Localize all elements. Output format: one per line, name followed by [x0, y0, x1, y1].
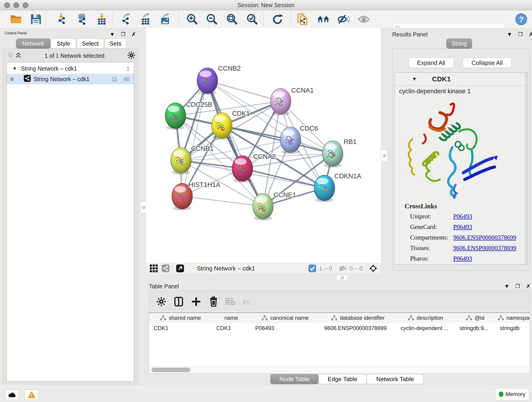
table-cell[interactable]: 9606.ENSP00000378699 — [320, 323, 396, 333]
edge-CCNB2-CCNA1[interactable] — [207, 81, 281, 101]
table-cell[interactable]: stringdb:9... — [455, 323, 495, 333]
crosslink-label: Compartments: — [410, 234, 448, 241]
column-header--id[interactable]: @id — [455, 313, 496, 323]
table-cell[interactable]: cyclin-dependent ... — [396, 323, 455, 333]
node-CCNB1[interactable] — [171, 148, 191, 175]
control-panel-float-icon[interactable]: ❒ — [121, 32, 126, 37]
tab-string[interactable]: String — [446, 38, 472, 49]
results-panel-float-icon[interactable]: ❒ — [518, 32, 523, 37]
node-CDKN1A[interactable] — [314, 175, 335, 202]
results-panel-close-icon[interactable]: ✗ — [529, 31, 532, 38]
tab-edge-table[interactable]: Edge Table — [318, 374, 367, 384]
table-options-gear-icon[interactable] — [156, 296, 167, 307]
column-header-namespac[interactable]: namespac — [495, 313, 530, 323]
hide-visual-properties-button[interactable] — [337, 13, 350, 26]
network-row-selected[interactable]: String Network – cdk1 11 48 — [7, 74, 134, 84]
zoom-fit-icon — [226, 13, 238, 25]
column-header-name[interactable]: name — [212, 313, 251, 323]
import-network-from-database-button[interactable] — [75, 13, 89, 26]
selected-checkbox-icon[interactable] — [308, 264, 316, 272]
edge-HIST1H1A-CCNE1[interactable] — [182, 196, 263, 206]
node-CCNA1[interactable] — [270, 89, 291, 115]
help-button[interactable]: ? — [515, 13, 528, 26]
cloud-status-button[interactable] — [5, 389, 19, 400]
refresh-view-button[interactable] — [271, 13, 284, 26]
table-cell[interactable]: CDK1 — [212, 323, 251, 333]
clone-network-button[interactable] — [296, 13, 309, 26]
zoom-selected-button[interactable] — [246, 13, 259, 26]
column-header-shared-name[interactable]: shared name — [149, 313, 212, 323]
control-panel: Control Panel ▼ ❒ ✗ NetworkStyleSelectSe… — [0, 28, 140, 385]
column-header-database-identifier[interactable]: database identifier — [320, 313, 396, 323]
crosslink-link[interactable]: 9606.ENSP00000378699 — [453, 245, 516, 252]
tab-network-table[interactable]: Network Table — [367, 374, 424, 384]
table-horizontal-scrollbar[interactable] — [149, 366, 530, 373]
table-panel-float-icon[interactable]: ❒ — [515, 283, 520, 289]
node-CDC25B[interactable] — [165, 103, 186, 130]
delete-column-trash-icon[interactable] — [208, 296, 219, 307]
network-collection-label: String Network – cdk1 — [21, 65, 77, 72]
node-RB1[interactable] — [322, 141, 343, 168]
node-CCNB2[interactable] — [197, 68, 218, 95]
control-panel-collapse-icon[interactable]: ▼ — [109, 31, 115, 38]
protein-header-row[interactable]: ▼ CDK1 — [394, 73, 527, 86]
warnings-button[interactable] — [25, 389, 38, 400]
memory-button[interactable]: Memory — [495, 388, 529, 400]
open-in-new-view-icon[interactable] — [176, 264, 184, 272]
show-columns-icon[interactable] — [173, 296, 184, 307]
network-tab-content: 1 of 1 Network selected — [3, 49, 138, 388]
network-view-canvas[interactable]: CCNB2CCNA1CDC25BCDK1CDC6RB1CCNB1CCNA2CDK… — [146, 28, 381, 263]
node-label-CCNB2: CCNB2 — [218, 65, 241, 72]
network-options-gear-icon[interactable] — [127, 51, 135, 60]
table-panel-collapse-icon[interactable]: ▼ — [504, 283, 510, 289]
tab-style[interactable]: Style — [51, 38, 76, 49]
results-panel-collapse-icon[interactable]: ▼ — [507, 31, 512, 38]
crosslink-link[interactable]: P06493 — [453, 213, 472, 220]
expand-all-networks-icon[interactable] — [15, 52, 22, 60]
import-table-button[interactable] — [95, 13, 109, 26]
expand-all-button[interactable]: Expand All — [409, 57, 454, 68]
crosshair-icon[interactable] — [369, 264, 377, 272]
control-panel-close-icon[interactable]: ✗ — [132, 31, 136, 38]
birdseye-grid-icon[interactable] — [150, 264, 158, 272]
tab-sets[interactable]: Sets — [104, 38, 127, 49]
hidden-eye-icon[interactable] — [339, 264, 347, 272]
horizontal-splitter-handle[interactable] — [336, 274, 348, 280]
save-session-button[interactable] — [29, 13, 43, 26]
zoom-out-button[interactable] — [205, 13, 219, 26]
tab-node-table[interactable]: Node Table — [270, 374, 318, 384]
network-collection-row[interactable]: ▼ String Network – cdk1 1 — [7, 63, 134, 74]
export-network-button[interactable] — [120, 13, 133, 26]
show-graphics-details-button[interactable] — [357, 13, 370, 26]
node-CCNE1[interactable] — [253, 193, 273, 220]
table-scrollbar-thumb[interactable] — [152, 368, 190, 372]
table-cell[interactable]: P06493 — [251, 323, 320, 333]
zoom-in-button[interactable] — [186, 13, 199, 26]
right-splitter-handle[interactable] — [381, 149, 388, 161]
results-scrollbar[interactable] — [525, 73, 527, 264]
export-image-button[interactable] — [159, 13, 172, 26]
network-share-icon[interactable] — [162, 264, 170, 272]
collapse-all-networks-icon[interactable] — [7, 52, 14, 60]
tree-expander-icon[interactable]: ▼ — [12, 66, 17, 71]
tab-select[interactable]: Select — [76, 38, 104, 49]
crosslink-link[interactable]: P06493 — [453, 223, 472, 230]
column-header-canonical-name[interactable]: canonical name — [251, 313, 320, 323]
tab-network[interactable]: Network — [16, 38, 51, 49]
protein-expander-icon[interactable]: ▼ — [412, 76, 417, 82]
column-header-description[interactable]: description — [396, 313, 455, 323]
open-session-button[interactable] — [9, 13, 22, 26]
string-home-button[interactable] — [317, 13, 330, 26]
collapse-all-button[interactable]: Collapse All — [462, 57, 512, 68]
export-table-button[interactable] — [139, 13, 152, 26]
table-cell[interactable]: stringdb — [495, 323, 530, 333]
zoom-fit-button[interactable] — [225, 13, 239, 26]
create-column-plus-icon[interactable] — [190, 296, 202, 307]
crosslink-link[interactable]: P06493 — [453, 255, 472, 262]
table-panel-close-icon[interactable]: ✗ — [526, 283, 531, 289]
results-panel: Results Panel ▼ ❒ ✗ String Expand All Co… — [389, 28, 532, 281]
edge-CCNA2-CDKN1A[interactable] — [242, 168, 324, 188]
crosslink-link[interactable]: 9606.ENSP00000378699 — [453, 234, 516, 241]
table-cell[interactable]: CDK1 — [149, 323, 212, 333]
import-network-button[interactable] — [56, 13, 69, 26]
